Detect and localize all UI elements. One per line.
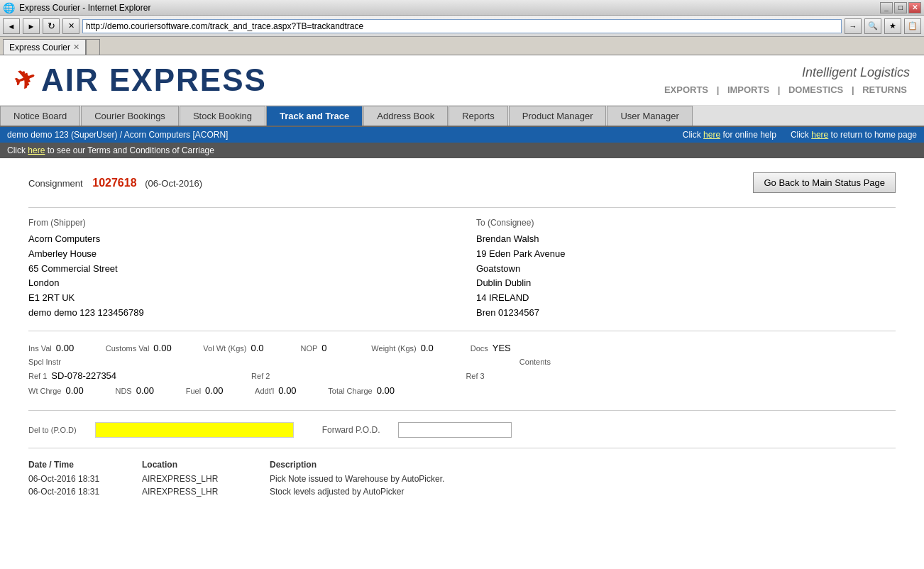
browser-tab-express[interactable]: Express Courier ✕ [3, 39, 86, 55]
nav-sep3: | [852, 84, 857, 95]
history-col-date-header: Date / Time [28, 460, 142, 470]
tab-reports[interactable]: Reports [449, 106, 508, 126]
consignee-label: To (Consignee) [476, 218, 896, 228]
help-home-links: Click here for online help Click here to… [683, 130, 917, 140]
wt-chrg-group: Wt Chrge 0.00 [28, 385, 94, 396]
home-link[interactable]: here [811, 130, 828, 140]
maximize-button[interactable]: □ [894, 2, 907, 13]
pod-label: Del to (P.O.D) [28, 426, 77, 434]
tab-label: Express Courier [9, 43, 70, 53]
forward-pod-input[interactable] [398, 422, 512, 438]
nop-value: 0 [321, 343, 350, 353]
tab-close-icon[interactable]: ✕ [73, 43, 79, 52]
details-row-1b: Spcl Instr Contents [28, 358, 896, 366]
favorites-button[interactable]: ★ [884, 18, 901, 34]
details-row-1: Ins Val 0.00 Customs Val 0.00 Vol Wt (Kg… [28, 343, 896, 353]
shipper-data: Acorn Computers Amberley House 65 Commer… [28, 232, 448, 321]
forward-pod-label: Forward P.O.D. [322, 425, 380, 435]
tab-notice-board[interactable]: Notice Board [0, 106, 80, 126]
customs-val-value: 0.00 [153, 343, 182, 353]
shipper-address1: Amberley House [28, 247, 448, 262]
shipper-postcode: E1 2RT UK [28, 291, 448, 306]
logo-text: AIR EXPRESS [41, 62, 267, 98]
spcl-instr-group: Spcl Instr [28, 358, 94, 366]
tab-user-manager[interactable]: User Manager [607, 106, 692, 126]
terms-link[interactable]: here [28, 145, 45, 155]
minimize-button[interactable]: _ [880, 2, 893, 13]
domestics-link[interactable]: DOMESTICS [788, 84, 843, 95]
pod-section: Del to (P.O.D) Forward P.O.D. [28, 422, 896, 448]
total-charge-label: Total Charge [328, 387, 372, 395]
fuel-group: Fuel 0.00 [186, 385, 233, 396]
back-button[interactable]: ◄ [3, 18, 20, 34]
consignment-date: (06-Oct-2016) [145, 178, 202, 189]
tab-product-manager[interactable]: Product Manager [509, 106, 607, 126]
shipper-label: From (Shipper) [28, 218, 448, 228]
shipper-contact: demo demo 123 123456789 [28, 306, 448, 321]
customs-val-group: Customs Val 0.00 [106, 343, 182, 353]
logo-plane-icon: ✈ [10, 62, 40, 98]
title-bar: 🌐 Express Courier - Internet Explorer _ … [0, 0, 924, 16]
help-link[interactable]: here [703, 130, 720, 140]
returns-link[interactable]: RETURNS [862, 84, 907, 95]
history-header: Date / Time Location Description [28, 460, 896, 470]
docs-label: Docs [471, 344, 488, 353]
details-row-3: Wt Chrge 0.00 NDS 0.00 Fuel 0.00 Addt'l … [28, 385, 896, 396]
forward-button[interactable]: ► [23, 18, 40, 34]
total-charge-group: Total Charge 0.00 [328, 385, 405, 396]
consignee-address2: Goatstown [476, 262, 896, 277]
new-tab[interactable] [86, 39, 100, 55]
wt-chrg-value: 0.00 [65, 385, 94, 396]
window-controls[interactable]: _ □ ✕ [880, 2, 921, 13]
nav-tabs: Notice Board Courier Bookings Stock Book… [0, 106, 924, 127]
docs-value: YES [493, 343, 521, 353]
tab-courier-bookings[interactable]: Courier Bookings [81, 106, 179, 126]
history-row: 06-Oct-2016 18:31 AIREXPRESS_LHR Stock l… [28, 487, 896, 497]
address-section: From (Shipper) Acorn Computers Amberley … [28, 207, 896, 331]
ins-val-label: Ins Val [28, 344, 52, 353]
imports-link[interactable]: IMPORTS [727, 84, 769, 95]
details-section: Ins Val 0.00 Customs Val 0.00 Vol Wt (Kg… [28, 343, 896, 411]
vol-wt-label: Vol Wt (Kgs) [203, 344, 246, 353]
nds-label: NDS [115, 387, 131, 395]
history-location-0: AIREXPRESS_LHR [142, 474, 270, 484]
stop-button[interactable]: ✕ [62, 18, 79, 34]
consignee-block: To (Consignee) Brendan Walsh 19 Eden Par… [476, 218, 896, 321]
address-bar[interactable]: http://demo.couriersoftware.com/track_an… [82, 19, 842, 33]
ref2-label: Ref 2 [251, 372, 270, 380]
info-bar: demo demo 123 (SuperUser) / Acorn Comput… [0, 127, 924, 143]
consignee-address1: 19 Eden Park Avenue [476, 247, 896, 262]
browser-icon: 🌐 [3, 2, 15, 13]
pod-yellow-bar [95, 422, 294, 438]
addtl-group: Addt'l 0.00 [255, 385, 307, 396]
tab-track-and-trace[interactable]: Track and Trace [266, 106, 363, 126]
history-date-0: 06-Oct-2016 18:31 [28, 474, 142, 484]
history-nav-button[interactable]: 📋 [904, 18, 921, 34]
consignment-label: Consignment [28, 178, 83, 189]
search-button[interactable]: 🔍 [864, 18, 881, 34]
refresh-button[interactable]: ↻ [43, 18, 60, 34]
exports-link[interactable]: EXPORTS [664, 84, 708, 95]
history-description-1: Stock levels adjusted by AutoPicker [270, 487, 896, 497]
consignment-row: Consignment 1027618 (06-Oct-2016) Go Bac… [28, 172, 896, 193]
browser-tab-bar: Express Courier ✕ [0, 37, 924, 55]
main-content: Consignment 1027618 (06-Oct-2016) Go Bac… [0, 158, 924, 514]
spcl-instr-label: Spcl Instr [28, 358, 61, 366]
tagline: Intelligent Logistics [661, 65, 910, 80]
close-button[interactable]: ✕ [908, 2, 921, 13]
history-description-0: Pick Note issued to Warehouse by AutoPic… [270, 474, 896, 484]
go-button[interactable]: → [845, 18, 862, 34]
consignment-number: 1027618 [92, 177, 136, 189]
addtl-value: 0.00 [278, 385, 307, 396]
tab-stock-booking[interactable]: Stock Booking [180, 106, 265, 126]
consignee-postcode: 14 IRELAND [476, 291, 896, 306]
shipper-address2: 65 Commercial Street [28, 262, 448, 277]
history-row: 06-Oct-2016 18:31 AIREXPRESS_LHR Pick No… [28, 474, 896, 484]
ref1-group: Ref 1 SD-078-227354 [28, 370, 116, 381]
url-text: http://demo.couriersoftware.com/track_an… [86, 21, 363, 31]
tab-address-book[interactable]: Address Book [363, 106, 448, 126]
ref3-label: Ref 3 [466, 372, 484, 380]
back-to-status-button[interactable]: Go Back to Main Status Page [753, 172, 896, 193]
contents-label: Contents [519, 358, 551, 366]
history-section: Date / Time Location Description 06-Oct-… [28, 460, 896, 497]
